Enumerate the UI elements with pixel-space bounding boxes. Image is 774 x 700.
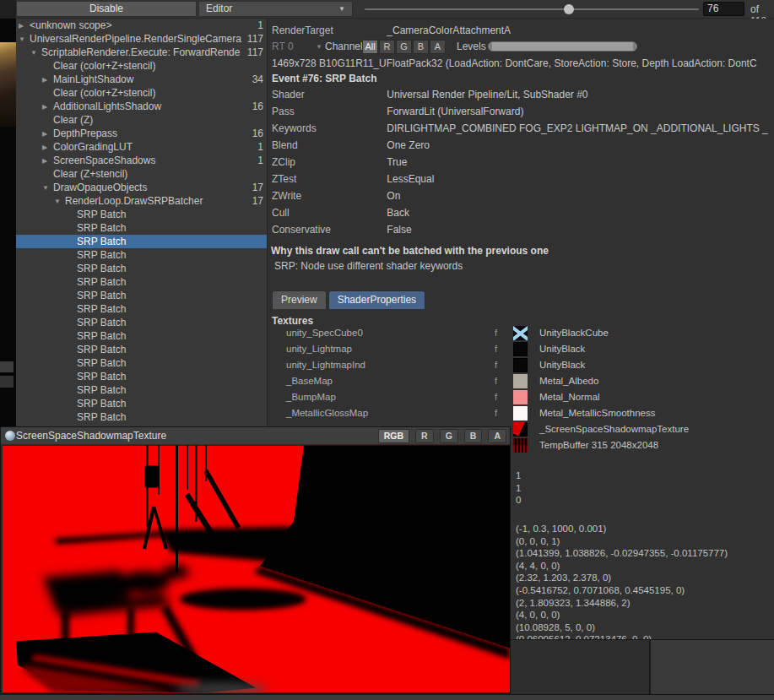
levels-max-handle[interactable] (633, 43, 636, 50)
tree-row[interactable]: ▼ DrawOpaqueObjects 17 (16, 181, 267, 194)
tree-row-label: SRP Batch (77, 209, 263, 220)
tree-row-label: Clear (Z) (53, 114, 263, 126)
texture-flag: f (485, 376, 497, 386)
property-row: ZTest LessEqual (272, 173, 771, 190)
channel-button[interactable]: G (396, 40, 412, 54)
texture-swatch[interactable] (513, 390, 528, 404)
tree-row[interactable]: ▶ MainLightShadow 34 (16, 73, 267, 86)
tree-arrow-icon: ▶ (42, 157, 53, 165)
property-label: ZWrite (272, 190, 384, 202)
texture-row: unity_Lightmap f UnityBlack (268, 342, 774, 358)
tree-row[interactable]: Clear (color+Z+stencil) (16, 86, 267, 100)
tree-row[interactable]: SRP Batch (16, 329, 267, 343)
chevron-down-icon: ▼ (316, 43, 322, 51)
tree-row-label: SRP Batch (77, 384, 263, 396)
channel-button[interactable]: R (379, 40, 395, 54)
target-selector-dropdown[interactable]: Editor ▼ (198, 1, 353, 17)
preview-channel-button[interactable]: B (464, 429, 483, 443)
texture-swatch[interactable] (513, 374, 528, 388)
tree-row[interactable]: SRP Batch (16, 343, 267, 356)
property-value: LessEqual (387, 173, 434, 185)
tree-row[interactable]: ▶ DepthPrepass 16 (16, 127, 267, 140)
preview-channel-button[interactable]: RGB (378, 429, 409, 443)
tree-row-label: UniversalRenderPipeline.RenderSingleCame… (30, 33, 247, 45)
tree-row-label: ScriptableRenderer.Execute: ForwardRende (41, 46, 247, 58)
tree-row[interactable]: ▶ ColorGradingLUT 1 (16, 140, 267, 154)
tree-row[interactable]: SRP Batch (16, 289, 267, 302)
tab[interactable]: ShaderProperties (328, 290, 425, 309)
tree-row-count: 16 (252, 128, 263, 139)
texture-flag: f (485, 328, 497, 338)
toolbar-left-gap (0, 0, 16, 19)
channel-button[interactable]: A (430, 40, 446, 54)
tree-row[interactable]: SRP Batch (16, 383, 267, 397)
tree-row-count: 16 (252, 100, 263, 112)
texture-swatch[interactable] (513, 342, 528, 356)
levels-range-slider[interactable] (488, 41, 637, 52)
preview-channel-button[interactable]: R (415, 429, 434, 443)
channel-button[interactable]: B (413, 40, 429, 54)
texture-asset-name[interactable]: UnityBlack (539, 344, 585, 354)
tree-row[interactable]: SRP Batch (16, 397, 267, 410)
texture-swatch[interactable] (513, 406, 528, 421)
texture-row: unity_LightmapInd f UnityBlack (268, 358, 774, 374)
event-slider-thumb[interactable] (564, 4, 574, 14)
textures-header: Textures (272, 315, 313, 327)
tree-row-count: 17 (252, 182, 263, 193)
preview-channel-button[interactable]: A (488, 429, 506, 443)
tree-row[interactable]: SRP Batch (16, 221, 267, 235)
tree-row[interactable]: SRP Batch (16, 356, 267, 370)
tree-row-count: 1 (257, 141, 263, 153)
property-row: Conservative False (272, 224, 771, 241)
rt-index-dropdown[interactable]: RT 0 (272, 41, 294, 52)
property-row: Pass ForwardLit (UniversalForward) (272, 106, 771, 122)
tab[interactable]: Preview (272, 290, 327, 309)
texture-asset-name[interactable]: _ScreenSpaceShadowmapTexture (539, 424, 689, 434)
tree-row-label: SRP Batch (77, 290, 263, 301)
preview-titlebar: ScreenSpaceShadowmapTexture RGB R G B A (1, 427, 510, 445)
texture-asset-name[interactable]: Metal_Normal (539, 392, 600, 402)
texture-flag: f (485, 344, 497, 354)
tree-row[interactable]: SRP Batch (16, 410, 267, 424)
preview-channel-button[interactable]: G (440, 429, 458, 443)
tree-row[interactable]: SRP Batch (16, 248, 267, 262)
tree-row[interactable]: SRP Batch (16, 208, 267, 221)
texture-swatch[interactable] (513, 358, 528, 372)
property-value: One Zero (387, 139, 430, 151)
texture-swatch[interactable] (513, 422, 528, 437)
texture-row: _BumpMap f Metal_Normal (268, 390, 774, 406)
tree-row[interactable]: ▶ AdditionalLightsShadow 16 (16, 100, 267, 113)
shader-scalar-values: 110 (516, 469, 521, 507)
tree-row[interactable]: ▼ UniversalRenderPipeline.RenderSingleCa… (16, 32, 267, 46)
texture-asset-name[interactable]: UnityBlackCube (539, 328, 609, 338)
texture-asset-name[interactable]: Metal_Albedo (539, 376, 598, 386)
channel-buttons: All R G B A (362, 40, 447, 54)
tree-row[interactable]: Clear (Z+stencil) (16, 167, 267, 181)
tree-row[interactable]: SRP Batch (16, 262, 267, 275)
tree-row[interactable]: SRP Batch (16, 370, 267, 383)
tree-row[interactable]: ▶ ScreenSpaceShadows 1 (16, 154, 267, 167)
tree-row[interactable]: ▼ ScriptableRenderer.Execute: ForwardRen… (16, 46, 267, 59)
tree-row[interactable]: ▼ RenderLoop.DrawSRPBatcher 17 (16, 194, 267, 208)
levels-min-handle[interactable] (490, 43, 492, 50)
disable-button[interactable]: Disable (16, 1, 197, 17)
texture-swatch[interactable] (513, 438, 528, 453)
tree-row[interactable]: SRP Batch (16, 316, 267, 329)
event-number-field[interactable]: 76 (703, 2, 744, 16)
event-slider-track[interactable] (365, 8, 699, 10)
texture-asset-name[interactable]: TempBuffer 315 2048x2048 (539, 440, 658, 450)
tree-row[interactable]: ▶ <unknown scope> 1 (16, 19, 267, 32)
tree-row[interactable]: Clear (color+Z+stencil) (16, 59, 267, 73)
tree-row-label: SRP Batch (77, 344, 263, 355)
texture-swatch[interactable] (513, 326, 528, 340)
channel-button[interactable]: All (362, 40, 378, 54)
tree-row[interactable]: SRP Batch (16, 235, 267, 248)
background-ui-fragment (0, 361, 14, 372)
texture-asset-name[interactable]: UnityBlack (539, 360, 585, 370)
scene-view-fragment (0, 42, 16, 127)
texture-asset-name[interactable]: Metal_MetallicSmoothness (539, 408, 655, 418)
tree-row[interactable]: SRP Batch (16, 275, 267, 289)
tree-row[interactable]: SRP Batch (16, 302, 267, 316)
tree-row[interactable]: Clear (Z) (16, 113, 267, 127)
shader-vector-value: (-0.5416752, 0.7071068, 0.4545195, 0) (516, 584, 728, 597)
